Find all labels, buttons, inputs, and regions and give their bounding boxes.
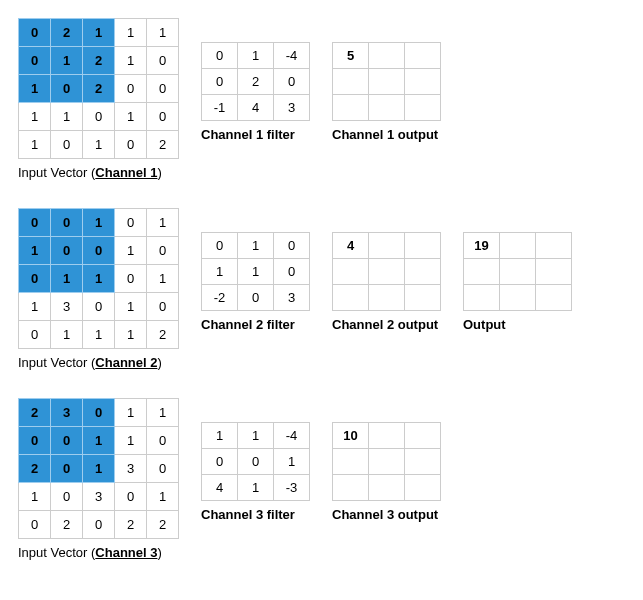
cell: 0 xyxy=(147,103,179,131)
cell: 2 xyxy=(51,511,83,539)
cell xyxy=(464,259,500,285)
cell: 0 xyxy=(202,449,238,475)
cell: 0 xyxy=(202,69,238,95)
cell: 0 xyxy=(147,75,179,103)
cell: 0 xyxy=(274,233,310,259)
input-vector-3: 23011 00110 20130 10301 02022 Input Vect… xyxy=(18,398,179,560)
output-2: 4 Channel 2 output xyxy=(332,232,441,332)
cell: 0 xyxy=(274,259,310,285)
filter-caption-3: Channel 3 filter xyxy=(201,507,310,522)
cell: 1 xyxy=(147,483,179,511)
output-caption-2: Channel 2 output xyxy=(332,317,441,332)
cell: 0 xyxy=(238,285,274,311)
cell: 3 xyxy=(51,293,83,321)
cell: -4 xyxy=(274,43,310,69)
cell: 1 xyxy=(51,321,83,349)
cell xyxy=(333,259,369,285)
caption-prefix: Input Vector ( xyxy=(18,355,95,370)
cell: 5 xyxy=(333,43,369,69)
cell: 1 xyxy=(274,449,310,475)
cell: 1 xyxy=(238,259,274,285)
cell xyxy=(333,95,369,121)
cell: 1 xyxy=(83,19,115,47)
cell xyxy=(405,233,441,259)
cell: 1 xyxy=(115,321,147,349)
filter-3: 11-4 001 41-3 Channel 3 filter xyxy=(201,422,310,522)
cell: 1 xyxy=(115,293,147,321)
filter-grid-3: 11-4 001 41-3 xyxy=(201,422,310,501)
cell xyxy=(369,449,405,475)
cell: 0 xyxy=(19,427,51,455)
cell: 1 xyxy=(115,19,147,47)
cell: 3 xyxy=(83,483,115,511)
cell: 1 xyxy=(19,75,51,103)
cell: 4 xyxy=(238,95,274,121)
cell: 10 xyxy=(333,423,369,449)
cell xyxy=(405,259,441,285)
cell: 1 xyxy=(115,399,147,427)
cell: 1 xyxy=(19,483,51,511)
cell xyxy=(369,285,405,311)
cell xyxy=(500,259,536,285)
cell: 0 xyxy=(19,265,51,293)
filter-2: 010 110 -203 Channel 2 filter xyxy=(201,232,310,332)
cell: 1 xyxy=(19,237,51,265)
input-caption-2: Input Vector (Channel 2) xyxy=(18,355,179,370)
cell: 3 xyxy=(274,95,310,121)
output-3: 10 Channel 3 output xyxy=(332,422,441,522)
cell: 0 xyxy=(202,233,238,259)
cell xyxy=(500,233,536,259)
cell: 0 xyxy=(19,47,51,75)
cell: 19 xyxy=(464,233,500,259)
input-grid-3: 23011 00110 20130 10301 02022 xyxy=(18,398,179,539)
cell: 0 xyxy=(147,293,179,321)
output-1: 5 Channel 1 output xyxy=(332,42,441,142)
cell: 1 xyxy=(115,237,147,265)
cell xyxy=(405,43,441,69)
cell: 0 xyxy=(83,103,115,131)
cell: 1 xyxy=(238,475,274,501)
cell xyxy=(464,285,500,311)
cell: 3 xyxy=(51,399,83,427)
cell: -1 xyxy=(202,95,238,121)
cell: 1 xyxy=(83,209,115,237)
cell: 0 xyxy=(147,427,179,455)
cell: 2 xyxy=(147,321,179,349)
channel-1-row: 02111 01210 10200 11010 10102 Input Vect… xyxy=(18,18,625,180)
input-caption-1: Input Vector (Channel 1) xyxy=(18,165,179,180)
cell xyxy=(536,259,572,285)
input-vector-2: 00101 10010 01101 13010 01112 Input Vect… xyxy=(18,208,179,370)
cell: -3 xyxy=(274,475,310,501)
filter-1: 01-4 020 -143 Channel 1 filter xyxy=(201,42,310,142)
cell: 1 xyxy=(147,399,179,427)
filter-caption-2: Channel 2 filter xyxy=(201,317,310,332)
combined-output-caption: Output xyxy=(463,317,572,332)
cell xyxy=(333,475,369,501)
cell: 0 xyxy=(51,75,83,103)
output-grid-3: 10 xyxy=(332,422,441,501)
cell: 1 xyxy=(115,103,147,131)
cell: 1 xyxy=(83,455,115,483)
cell: 0 xyxy=(147,47,179,75)
cell: 1 xyxy=(115,47,147,75)
cell xyxy=(405,69,441,95)
cell: 2 xyxy=(115,511,147,539)
output-grid-1: 5 xyxy=(332,42,441,121)
cell: 1 xyxy=(202,423,238,449)
cell: 1 xyxy=(202,259,238,285)
cell: 3 xyxy=(115,455,147,483)
cell: 0 xyxy=(115,131,147,159)
cell xyxy=(405,285,441,311)
caption-channel: Channel 1 xyxy=(95,165,157,180)
input-caption-3: Input Vector (Channel 3) xyxy=(18,545,179,560)
output-grid-2: 4 xyxy=(332,232,441,311)
cell xyxy=(333,285,369,311)
cell: 0 xyxy=(83,399,115,427)
filter-caption-1: Channel 1 filter xyxy=(201,127,310,142)
cell: 0 xyxy=(147,237,179,265)
cell xyxy=(369,95,405,121)
cell: 2 xyxy=(19,455,51,483)
cell xyxy=(500,285,536,311)
cell: 0 xyxy=(19,321,51,349)
cell: 1 xyxy=(83,265,115,293)
